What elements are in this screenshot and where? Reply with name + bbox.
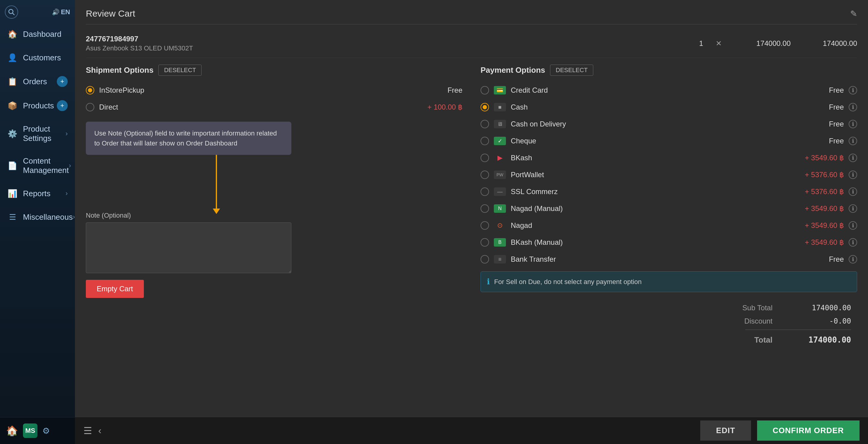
note-textarea[interactable] bbox=[86, 223, 291, 273]
payment-ssl-commerz-label: SSL Commerz bbox=[511, 187, 800, 196]
credit-card-icon: 💳 bbox=[494, 86, 506, 95]
shipment-option-direct[interactable]: Direct + 100.00 ฿ bbox=[86, 99, 462, 115]
radio-portwallet[interactable] bbox=[480, 171, 489, 179]
payment-nagad-manual-price: + 3549.60 ฿ bbox=[805, 204, 844, 213]
summary-total-row: Total 174000.00 bbox=[480, 333, 851, 347]
sidebar-item-label: Orders bbox=[23, 77, 57, 86]
payment-cheque-price: Free bbox=[829, 137, 844, 145]
right-section: Payment Options DESELECT 💳 Credit Card F… bbox=[480, 65, 857, 347]
payment-portwallet-price: + 5376.60 ฿ bbox=[805, 171, 844, 179]
payment-option-portwallet[interactable]: PW PortWallet + 5376.60 ฿ ℹ bbox=[480, 166, 857, 183]
radio-cheque[interactable] bbox=[480, 137, 489, 145]
summary-discount-row: Discount -0.00 bbox=[480, 314, 851, 328]
user-avatar[interactable]: MS bbox=[23, 423, 37, 438]
portwallet-info-icon[interactable]: ℹ bbox=[849, 171, 857, 179]
radio-direct[interactable] bbox=[86, 103, 94, 111]
sidebar-item-customers[interactable]: 👤 Customers bbox=[0, 46, 75, 69]
cart-item-remove-button[interactable]: ✕ bbox=[713, 39, 724, 48]
home-footer-icon[interactable]: 🏠 bbox=[6, 425, 18, 437]
payment-option-cash-on-delivery[interactable]: 🖥 Cash on Delivery Free ℹ bbox=[480, 115, 857, 133]
payment-option-cash[interactable]: ■ Cash Free ℹ bbox=[480, 99, 857, 115]
payment-option-nagad-manual[interactable]: N Nagad (Manual) + 3549.60 ฿ ℹ bbox=[480, 200, 857, 217]
cart-item-row: 2477671984997 Asus Zenbook S13 OLED UM53… bbox=[86, 32, 857, 58]
shipment-options-header: Shipment Options DESELECT bbox=[86, 65, 462, 76]
radio-bkash[interactable] bbox=[480, 153, 489, 162]
payment-options-header: Payment Options DESELECT bbox=[480, 65, 857, 76]
payment-option-credit-card[interactable]: 💳 Credit Card Free ℹ bbox=[480, 82, 857, 99]
payment-cash-label: Cash bbox=[511, 103, 824, 111]
sidebar-item-product-settings[interactable]: ⚙️ Product Settings › bbox=[0, 118, 75, 150]
hamburger-icon[interactable]: ☰ bbox=[84, 425, 92, 437]
shipment-direct-price: + 100.00 ฿ bbox=[427, 103, 462, 111]
products-icon: 📦 bbox=[7, 101, 18, 111]
review-cart-header: Review Cart ✎ bbox=[86, 8, 857, 25]
cash-icon: ■ bbox=[494, 103, 506, 111]
subtotal-label: Sub Total bbox=[742, 304, 773, 312]
bank-transfer-icon: ≡ bbox=[494, 255, 506, 264]
payment-bkash-manual-label: BKash (Manual) bbox=[511, 238, 800, 247]
payment-option-ssl-commerz[interactable]: — SSL Commerz + 5376.60 ฿ ℹ bbox=[480, 183, 857, 200]
products-add-button[interactable]: + bbox=[57, 100, 68, 111]
radio-nagad-manual[interactable] bbox=[480, 204, 489, 213]
cash-on-delivery-info-icon[interactable]: ℹ bbox=[849, 120, 857, 128]
shipment-deselect-button[interactable]: DESELECT bbox=[158, 65, 202, 76]
payment-cash-on-delivery-price: Free bbox=[829, 120, 844, 128]
sidebar-item-miscellaneous[interactable]: ☰ Miscellaneous › bbox=[0, 205, 75, 229]
cart-item-total: 174000.00 bbox=[797, 39, 857, 48]
cart-item-quantity: 1 bbox=[695, 39, 707, 48]
edit-pencil-icon[interactable]: ✎ bbox=[850, 9, 857, 19]
nagad-info-icon[interactable]: ℹ bbox=[849, 221, 857, 230]
radio-cash[interactable] bbox=[480, 103, 489, 111]
left-section: Shipment Options DESELECT InStorePickup … bbox=[86, 65, 468, 347]
sidebar-item-dashboard[interactable]: 🏠 Dashboard bbox=[0, 22, 75, 46]
sidebar-item-label: Content Management bbox=[23, 156, 69, 175]
bkash-info-icon[interactable]: ℹ bbox=[849, 153, 857, 162]
customers-icon: 👤 bbox=[7, 53, 18, 63]
orders-add-button[interactable]: + bbox=[57, 76, 68, 87]
payment-bank-transfer-label: Bank Transfer bbox=[511, 255, 824, 264]
radio-bkash-manual[interactable] bbox=[480, 238, 489, 247]
discount-value: -0.00 bbox=[797, 317, 851, 326]
confirm-order-button[interactable]: CONFIRM ORDER bbox=[757, 420, 860, 441]
content-management-icon: 📄 bbox=[7, 161, 18, 171]
cheque-info-icon[interactable]: ℹ bbox=[849, 137, 857, 145]
search-button[interactable] bbox=[5, 5, 18, 19]
sidebar-item-label: Products bbox=[23, 101, 57, 110]
radio-credit-card[interactable] bbox=[480, 86, 489, 95]
payment-bkash-label: BKash bbox=[511, 153, 800, 162]
radio-nagad[interactable] bbox=[480, 221, 489, 230]
ssl-commerz-info-icon[interactable]: ℹ bbox=[849, 187, 857, 196]
shipment-option-instore[interactable]: InStorePickup Free bbox=[86, 82, 462, 99]
payment-cash-on-delivery-label: Cash on Delivery bbox=[511, 120, 824, 128]
empty-cart-button[interactable]: Empty Cart bbox=[86, 280, 144, 298]
payment-option-nagad[interactable]: ⊙ Nagad + 3549.60 ฿ ℹ bbox=[480, 217, 857, 234]
back-arrow-icon[interactable]: ‹ bbox=[98, 425, 101, 436]
cash-info-icon[interactable]: ℹ bbox=[849, 103, 857, 111]
ssl-commerz-icon: — bbox=[494, 187, 506, 196]
bkash-manual-info-icon[interactable]: ℹ bbox=[849, 238, 857, 247]
settings-icon[interactable]: ⚙ bbox=[42, 426, 50, 436]
payment-credit-card-label: Credit Card bbox=[511, 86, 824, 95]
sidebar-item-orders[interactable]: 📋 Orders + bbox=[0, 69, 75, 94]
sidebar-item-content-management[interactable]: 📄 Content Management › bbox=[0, 150, 75, 182]
radio-bank-transfer[interactable] bbox=[480, 255, 489, 264]
cart-item-info: 2477671984997 Asus Zenbook S13 OLED UM53… bbox=[86, 35, 689, 52]
payment-option-cheque[interactable]: ✓ Cheque Free ℹ bbox=[480, 133, 857, 149]
radio-instore[interactable] bbox=[86, 86, 94, 95]
credit-card-info-icon[interactable]: ℹ bbox=[849, 86, 857, 95]
discount-label: Discount bbox=[744, 317, 773, 326]
language-badge[interactable]: 🔊 EN bbox=[52, 8, 70, 16]
payment-option-bkash[interactable]: ▶ BKash + 3549.60 ฿ ℹ bbox=[480, 149, 857, 166]
radio-ssl-commerz[interactable] bbox=[480, 187, 489, 196]
sidebar-item-products[interactable]: 📦 Products + bbox=[0, 94, 75, 118]
sidebar-item-reports[interactable]: 📊 Reports › bbox=[0, 182, 75, 205]
tooltip-arrow bbox=[216, 155, 217, 209]
edit-button[interactable]: EDIT bbox=[700, 420, 751, 441]
payment-option-bank-transfer[interactable]: ≡ Bank Transfer Free ℹ bbox=[480, 251, 857, 268]
bank-transfer-info-icon[interactable]: ℹ bbox=[849, 255, 857, 264]
payment-option-bkash-manual[interactable]: B BKash (Manual) + 3549.60 ฿ ℹ bbox=[480, 234, 857, 251]
nagad-manual-info-icon[interactable]: ℹ bbox=[849, 204, 857, 213]
radio-cash-on-delivery[interactable] bbox=[480, 120, 489, 128]
sell-notice-text: For Sell on Due, do not select any payme… bbox=[494, 278, 642, 286]
payment-deselect-button[interactable]: DESELECT bbox=[550, 65, 594, 76]
